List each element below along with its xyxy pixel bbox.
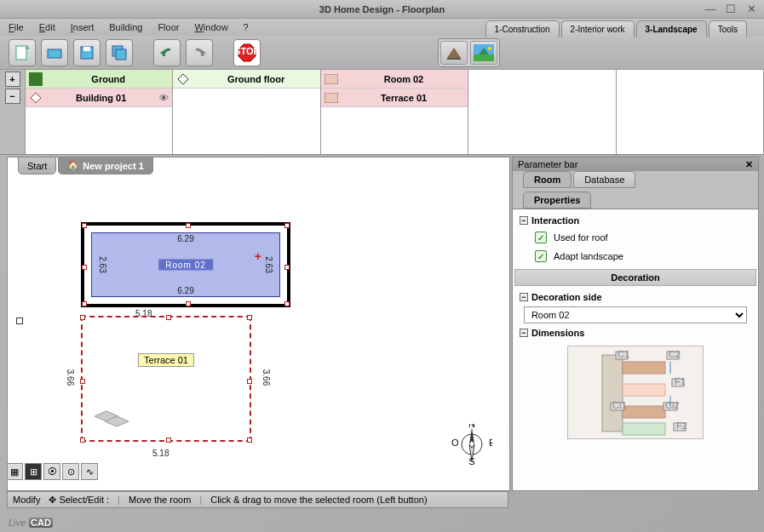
svg-rect-15 xyxy=(29,72,43,86)
vtool-4[interactable]: ⊙ xyxy=(62,463,79,480)
outliner-ground[interactable]: Ground xyxy=(26,70,172,89)
dim-top: 6.29 xyxy=(177,234,193,243)
cross-marker-icon: + xyxy=(255,249,261,263)
menu-edit[interactable]: Edit xyxy=(39,22,55,32)
svg-rect-29 xyxy=(602,355,623,432)
save-file-button[interactable] xyxy=(73,39,101,66)
section-dimensions[interactable]: −Dimensions xyxy=(518,325,753,340)
svg-text:Ci1: Ci1 xyxy=(612,400,627,410)
canvas-area[interactable]: Start 🏠 New project 1 Room 02 6.29 6.29 … xyxy=(7,157,510,491)
save-all-button[interactable] xyxy=(106,39,133,66)
section-decoration-side[interactable]: −Decoration side xyxy=(518,289,753,305)
panel-close-button[interactable]: ✕ xyxy=(745,159,753,170)
workspace: Start 🏠 New project 1 Room 02 6.29 6.29 … xyxy=(0,157,764,491)
tab-landscape[interactable]: 3-Landscape xyxy=(636,20,707,37)
menu-file[interactable]: File xyxy=(9,22,24,32)
maximize-button[interactable]: ☐ xyxy=(723,3,738,15)
section-interaction[interactable]: −Interaction xyxy=(518,213,753,228)
undo-button[interactable] xyxy=(153,39,181,66)
vtool-5[interactable]: ∿ xyxy=(81,463,98,480)
svg-rect-12 xyxy=(474,54,494,61)
checkbox-icon[interactable]: ✓ xyxy=(535,250,547,262)
check-adapt-landscape[interactable]: ✓ Adapt landscape xyxy=(518,247,753,266)
ground-icon xyxy=(29,72,43,86)
tab-interior[interactable]: 2-Interior work xyxy=(561,20,635,37)
panel-body: −Interaction ✓ Used for roof ✓ Adapt lan… xyxy=(513,209,758,490)
check-used-for-roof[interactable]: ✓ Used for roof xyxy=(518,228,753,247)
outliner-col-3: Room 02 Terrace 01 xyxy=(321,70,468,154)
title-bar: 3D Home Design - Floorplan — ☐ ✕ xyxy=(0,0,764,19)
outliner-col-4 xyxy=(468,70,616,154)
vtool-1[interactable]: ▦ xyxy=(7,463,23,480)
panel-title-bar: Parameter bar ✕ xyxy=(513,157,758,171)
outliner-terrace[interactable]: Terrace 01 xyxy=(321,89,468,107)
dim-366-right: 3.66 xyxy=(261,369,271,386)
room02-shape[interactable]: Room 02 6.29 6.29 2.63 2.63 + xyxy=(81,222,290,307)
expand-button[interactable]: + xyxy=(5,72,20,87)
window-title: 3D Home Design - Floorplan xyxy=(319,4,445,14)
outliner-controls: + − xyxy=(0,70,26,154)
window-controls: — ☐ ✕ xyxy=(703,3,759,15)
status-bar: Modify ✥Select/Edit : | Move the room | … xyxy=(7,491,508,508)
svg-marker-23 xyxy=(469,427,474,444)
outliner-room02[interactable]: Room 02 xyxy=(321,70,468,89)
svg-marker-17 xyxy=(178,74,188,84)
svg-text:Ci2: Ci2 xyxy=(665,400,680,410)
collapse-button[interactable]: − xyxy=(5,89,20,104)
room-icon xyxy=(325,72,338,86)
panel-tab-room[interactable]: Room xyxy=(523,171,572,188)
doc-tab-project[interactable]: 🏠 New project 1 xyxy=(58,157,153,174)
open-file-button[interactable] xyxy=(41,39,68,66)
mode-roof-icon[interactable] xyxy=(440,41,468,65)
decoration-side-select[interactable]: Room 02 xyxy=(524,306,747,323)
svg-text:O: O xyxy=(451,438,459,448)
tab-construction[interactable]: 1-Construction xyxy=(485,20,560,37)
menu-window[interactable]: Window xyxy=(194,22,227,32)
move-icon: ✥ xyxy=(49,495,56,506)
parameter-panel: Parameter bar ✕ Room Database Properties… xyxy=(512,157,759,491)
checkbox-icon[interactable]: ✓ xyxy=(535,232,547,243)
status-modify: Modify xyxy=(13,495,40,505)
svg-rect-10 xyxy=(447,58,461,60)
project-icon: 🏠 xyxy=(67,160,79,171)
diamond-icon xyxy=(29,91,43,105)
view-mode-group xyxy=(438,38,500,67)
menu-floor[interactable]: Floor xyxy=(158,22,179,32)
stop-button[interactable]: STOP xyxy=(233,39,261,66)
outliner: + − Ground Building 01 👁 Ground floor Ro… xyxy=(0,70,764,155)
dim-518-bottom: 5.18 xyxy=(152,449,169,458)
section-decoration[interactable]: Decoration xyxy=(514,269,756,286)
outliner-ground-floor[interactable]: Ground floor xyxy=(173,70,319,89)
canvas-grid[interactable]: Room 02 6.29 6.29 2.63 2.63 + 5.18 Terra… xyxy=(8,173,509,490)
doc-tab-start[interactable]: Start xyxy=(18,157,56,174)
mode-landscape-icon[interactable] xyxy=(470,41,497,65)
panel-tab-database[interactable]: Database xyxy=(573,171,635,188)
menu-help[interactable]: ? xyxy=(244,22,249,32)
menu-building[interactable]: Building xyxy=(109,22,142,32)
close-button[interactable]: ✕ xyxy=(744,3,759,15)
main-tabs: 1-Construction 2-Interior work 3-Landsca… xyxy=(485,20,747,37)
svg-text:STOP: STOP xyxy=(237,46,257,56)
svg-rect-33 xyxy=(623,423,665,435)
panel-subtabs: Properties xyxy=(513,192,758,209)
origin-marker xyxy=(16,317,23,324)
terrace-icon xyxy=(325,91,338,105)
outliner-col-1: Ground Building 01 👁 xyxy=(26,70,173,154)
outliner-col-2: Ground floor xyxy=(173,70,320,154)
vtool-3[interactable]: ⦿ xyxy=(43,463,60,480)
tab-tools[interactable]: Tools xyxy=(709,20,747,37)
svg-text:C2: C2 xyxy=(669,349,681,359)
new-file-button[interactable]: + xyxy=(9,39,36,66)
minimize-button[interactable]: — xyxy=(703,3,718,15)
menu-insert[interactable]: Insert xyxy=(71,22,95,32)
dim-366-left: 3.66 xyxy=(66,369,75,386)
terrace-shape[interactable]: Terrace 01 xyxy=(81,316,251,442)
visibility-toggle-icon[interactable]: 👁 xyxy=(159,93,169,103)
outliner-building[interactable]: Building 01 👁 xyxy=(26,89,172,107)
panel-tabs: Room Database xyxy=(513,171,758,188)
svg-marker-9 xyxy=(447,48,461,58)
svg-point-14 xyxy=(488,47,491,50)
redo-button[interactable] xyxy=(186,39,213,66)
vtool-2[interactable]: ⊞ xyxy=(25,463,42,480)
panel-tab-properties[interactable]: Properties xyxy=(523,192,591,209)
